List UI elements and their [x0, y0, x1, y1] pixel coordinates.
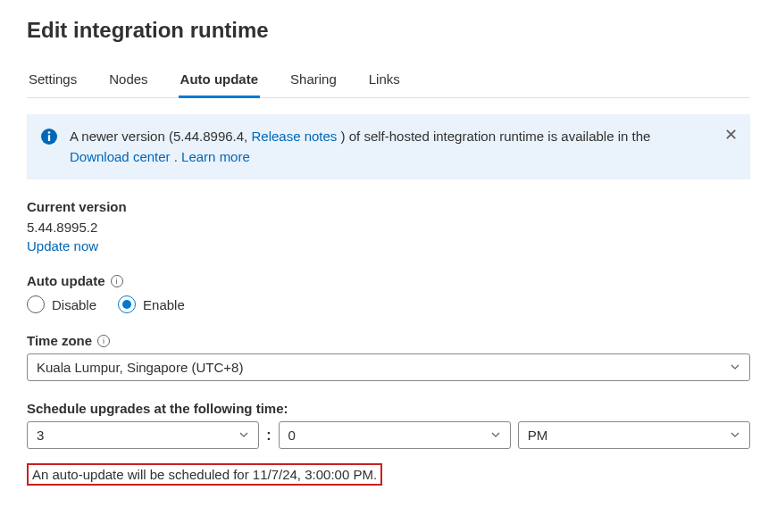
tab-links[interactable]: Links	[367, 64, 402, 97]
close-icon[interactable]: ✕	[724, 127, 738, 143]
radio-circle-icon	[118, 295, 136, 313]
current-version-block: Current version 5.44.8995.2 Update now	[27, 199, 750, 254]
time-colon: :	[266, 428, 271, 444]
release-notes-link[interactable]: Release notes	[251, 129, 337, 144]
scheduled-text: An auto-update will be scheduled for 11/…	[27, 463, 382, 486]
chevron-down-icon	[730, 360, 740, 375]
minute-select[interactable]: 0	[279, 421, 511, 449]
timezone-value: Kuala Lumpur, Singapore (UTC+8)	[37, 360, 243, 375]
schedule-time-row: 3 : 0 PM	[27, 421, 750, 449]
auto-update-block: Auto update i Disable Enable	[27, 273, 750, 313]
timezone-block: Time zone i Kuala Lumpur, Singapore (UTC…	[27, 333, 750, 381]
radio-enable-label: Enable	[143, 297, 185, 312]
info-banner: A newer version (5.44.8996.4, Release no…	[27, 114, 750, 179]
auto-update-radio-group: Disable Enable	[27, 295, 750, 313]
info-icon	[41, 129, 57, 145]
hour-value: 3	[37, 428, 44, 443]
ampm-value: PM	[528, 428, 548, 443]
minute-value: 0	[288, 428, 296, 443]
tab-auto-update[interactable]: Auto update	[179, 64, 261, 97]
info-help-icon[interactable]: i	[97, 335, 110, 347]
banner-text-pre: A newer version (5.44.8996.4,	[70, 129, 251, 144]
download-center-link[interactable]: Download center	[70, 149, 171, 164]
tab-sharing[interactable]: Sharing	[288, 64, 338, 97]
schedule-label: Schedule upgrades at the following time:	[27, 401, 750, 416]
chevron-down-icon	[730, 428, 740, 443]
svg-rect-1	[48, 135, 50, 141]
update-now-link[interactable]: Update now	[27, 238, 98, 254]
page-title: Edit integration runtime	[27, 18, 750, 43]
current-version-label: Current version	[27, 199, 750, 214]
timezone-select[interactable]: Kuala Lumpur, Singapore (UTC+8)	[27, 353, 750, 381]
info-help-icon[interactable]: i	[111, 275, 123, 287]
auto-update-label-text: Auto update	[27, 273, 105, 288]
radio-circle-icon	[27, 295, 45, 313]
hour-select[interactable]: 3	[27, 421, 259, 449]
info-text: A newer version (5.44.8996.4, Release no…	[70, 127, 736, 167]
banner-text-mid: ) of self-hosted integration runtime is …	[337, 129, 650, 144]
tab-settings[interactable]: Settings	[27, 64, 79, 97]
timezone-label: Time zone i	[27, 333, 750, 348]
radio-enable[interactable]: Enable	[118, 295, 185, 313]
banner-sep: .	[171, 149, 182, 164]
current-version-value: 5.44.8995.2	[27, 220, 750, 235]
ampm-select[interactable]: PM	[518, 421, 750, 449]
chevron-down-icon	[490, 428, 501, 443]
tab-nodes[interactable]: Nodes	[107, 64, 149, 97]
timezone-label-text: Time zone	[27, 333, 92, 348]
svg-point-2	[48, 131, 51, 134]
radio-disable-label: Disable	[52, 297, 96, 312]
radio-disable[interactable]: Disable	[27, 295, 96, 313]
learn-more-link[interactable]: Learn more	[181, 149, 250, 164]
schedule-block: Schedule upgrades at the following time:…	[27, 401, 750, 486]
auto-update-label: Auto update i	[27, 273, 750, 288]
chevron-down-icon	[238, 428, 249, 443]
tabs-bar: Settings Nodes Auto update Sharing Links	[27, 64, 750, 98]
